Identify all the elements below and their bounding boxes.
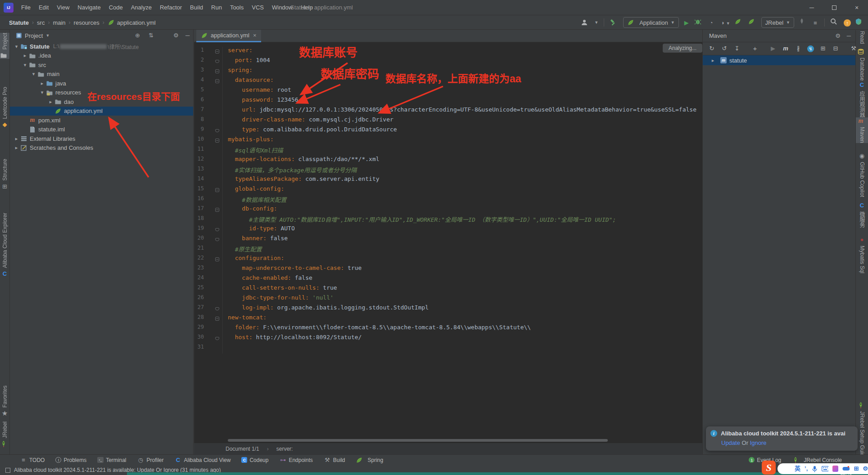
ime-skin-icon[interactable] [832, 466, 838, 472]
code-line-24[interactable]: 24 cache-enabled: false [194, 274, 702, 284]
code-line-26[interactable]: 26 jdbc-type-for-null: 'null' [194, 294, 702, 304]
code-line-10[interactable]: 10 mybatis-plus: [194, 136, 702, 146]
code-line-9[interactable]: 9 type: com.alibaba.druid.pool.DruidData… [194, 126, 702, 136]
tool-window-button-terminal[interactable]: ›_Terminal [97, 457, 126, 464]
code-line-27[interactable]: 27 log-impl: org.apache.ibatis.logging.s… [194, 304, 702, 314]
code-line-25[interactable]: 25 call-setters-on-nulls: true [194, 284, 702, 294]
code-line-18[interactable]: 18 #主键类型 AUTO:"数据库ID自增",INPUT:"用户输入ID",I… [194, 215, 702, 225]
code-line-19[interactable]: 19 id-type: AUTO [194, 225, 702, 235]
fold-marker-icon[interactable] [215, 79, 219, 83]
tree-chevron-icon[interactable]: ▾ [13, 44, 20, 49]
tool-window-button-maven[interactable]: mMaven [856, 117, 868, 143]
code-line-14[interactable]: 14 typeAliasesPackage: com.server.api.en… [194, 175, 702, 185]
tree-chevron-icon[interactable]: ▸ [13, 145, 20, 151]
menu-vcs[interactable]: VCS [248, 4, 268, 11]
tool-window-button-spring[interactable]: Spring [356, 457, 383, 464]
stop-button-disabled[interactable]: ■ [812, 18, 819, 27]
breadcrumb-main[interactable]: main [53, 19, 65, 26]
document-count[interactable]: Document 1/1 [226, 446, 259, 452]
tool-window-button-jrebel[interactable]: JRebel [0, 421, 9, 448]
tree-item-statute.iml[interactable]: statute.iml [10, 125, 193, 134]
code-area[interactable]: 1 server: 2 port: 1004 3 spring: 4 datas… [194, 42, 702, 354]
breadcrumb-application.yml[interactable]: application.yml [117, 19, 156, 26]
menu-code[interactable]: Code [105, 4, 127, 11]
code-line-6[interactable]: 6 password: 123456 [194, 96, 702, 106]
fold-marker-icon[interactable] [215, 60, 219, 63]
rerun-button-disabled[interactable] [798, 18, 808, 27]
tree-item-main[interactable]: ▾main [10, 70, 193, 79]
code-line-30[interactable]: 30 host: http://localhost:8092/Statute/ [194, 334, 702, 344]
tree-chevron-icon[interactable]: ▾ [38, 90, 46, 95]
tool-window-button-database[interactable]: Database [856, 48, 868, 81]
tool-window-button-todo[interactable]: ≡TODO [20, 457, 45, 464]
tree-chevron-icon[interactable]: ▸ [38, 81, 46, 86]
fold-marker-icon[interactable] [215, 257, 219, 261]
tool-window-button-endpoints[interactable]: ⊶Endpoints [279, 457, 312, 464]
coverage-button[interactable]: ◑▼ [719, 18, 730, 27]
update-link[interactable]: Update [721, 439, 740, 446]
gamepad-icon[interactable] [842, 466, 850, 471]
tree-item-src[interactable]: ▾src [10, 60, 193, 70]
maven-refresh-button[interactable]: ↻ [708, 45, 715, 52]
tool-window-button-codeup[interactable]: CCodeup [241, 457, 268, 464]
tool-window-button-leetcode-pro[interactable]: Leetcode Pro◆ [0, 87, 9, 128]
maven-expand-all-button[interactable]: ⊞ [819, 45, 827, 52]
menu-navigate[interactable]: Navigate [73, 4, 104, 11]
code-line-12[interactable]: 12 mapper-locations: classpath:/dao/**/*… [194, 156, 702, 166]
menu-file[interactable]: File [17, 4, 35, 11]
code-line-7[interactable]: 7 url: jdbc:mysql://127.0.0.1:3306/20240… [194, 106, 702, 116]
code-line-23[interactable]: 23 map-underscore-to-camel-case: true [194, 264, 702, 274]
gradient-plugin-icon[interactable] [855, 18, 864, 27]
menu-analyze[interactable]: Analyze [127, 4, 156, 11]
maven-m-goal-button[interactable]: m [782, 45, 789, 52]
tool-window-button-alibaba-cloud-view[interactable]: CAlibaba Cloud View [175, 457, 231, 464]
menu-view[interactable]: View [53, 4, 73, 11]
tool-window-button-problems[interactable]: !Problems [55, 457, 86, 464]
tool-window-button-alibaba-cloud-explorer[interactable]: Alibaba Cloud ExplorerC [0, 213, 9, 278]
tree-item-pom.xml[interactable]: mpom.xml [10, 116, 193, 125]
code-line-1[interactable]: 1 server: [194, 47, 702, 57]
yaml-node-breadcrumb[interactable]: server: [276, 446, 293, 452]
tree-item-java[interactable]: ▸java [10, 79, 193, 88]
fold-marker-icon[interactable] [215, 238, 219, 241]
fold-marker-icon[interactable] [215, 228, 219, 231]
tab-application-yml[interactable]: application.yml × [196, 30, 261, 42]
menu-run[interactable]: Run [207, 4, 226, 11]
code-line-31[interactable]: 31 [194, 344, 702, 354]
tool-window-button-structure[interactable]: Structure⊞ [0, 159, 9, 190]
tree-item-application.yml[interactable]: application.yml [10, 107, 193, 116]
ime-punctuation-toggle[interactable]: ’, [805, 463, 808, 474]
fold-marker-icon[interactable] [215, 307, 219, 310]
menu-tools[interactable]: Tools [226, 4, 248, 11]
tool-window-button-mybatis-sql[interactable]: ●Mybatis Sql [856, 236, 868, 273]
fold-marker-icon[interactable] [215, 139, 219, 143]
tree-item-external-libraries[interactable]: ▸External Libraries [10, 134, 193, 143]
minimize-button[interactable]: ─ [800, 0, 823, 15]
code-line-5[interactable]: 5 username: root [194, 86, 702, 96]
chevron-down-icon[interactable]: ▼ [594, 20, 598, 25]
tree-chevron-icon[interactable]: ▸ [47, 99, 54, 105]
fold-marker-icon[interactable] [215, 208, 219, 212]
maven-collapse-all-button[interactable]: ⊟ [832, 45, 839, 52]
tree-item-statute[interactable]: ▾StatuteL:\\律所\Statute [10, 42, 193, 51]
ime-language-toggle[interactable]: 英 [795, 463, 800, 474]
tree-chevron-icon[interactable]: ▸ [13, 136, 20, 142]
menu-edit[interactable]: Edit [35, 4, 53, 11]
maven-download-sources-button[interactable]: ↧ [733, 45, 741, 52]
close-tab-icon[interactable]: × [253, 32, 257, 39]
jrebel-select[interactable]: JRebel▼ [761, 17, 794, 28]
tool-window-button-build[interactable]: ⚒Build [324, 457, 345, 464]
grid-icon[interactable]: ⊞ [854, 463, 859, 474]
breadcrumb-src[interactable]: src [37, 19, 45, 26]
profiler-button[interactable]: ◔ [708, 18, 715, 27]
close-button[interactable]: × [845, 0, 868, 15]
sogou-logo-icon[interactable]: S [762, 461, 776, 475]
hide-panel-icon[interactable]: ─ [185, 32, 190, 39]
chevron-right-icon[interactable]: ▸ [709, 58, 717, 63]
maven-run-gray-button[interactable]: ▶ [769, 45, 777, 52]
gear-icon[interactable]: ⚙ [173, 32, 179, 39]
tree-chevron-icon[interactable]: ▸ [21, 53, 29, 58]
breadcrumb-Statute[interactable]: Statute [9, 19, 29, 26]
maven-module-row[interactable]: ▸ m statute [703, 55, 855, 65]
fold-marker-icon[interactable] [215, 317, 219, 321]
